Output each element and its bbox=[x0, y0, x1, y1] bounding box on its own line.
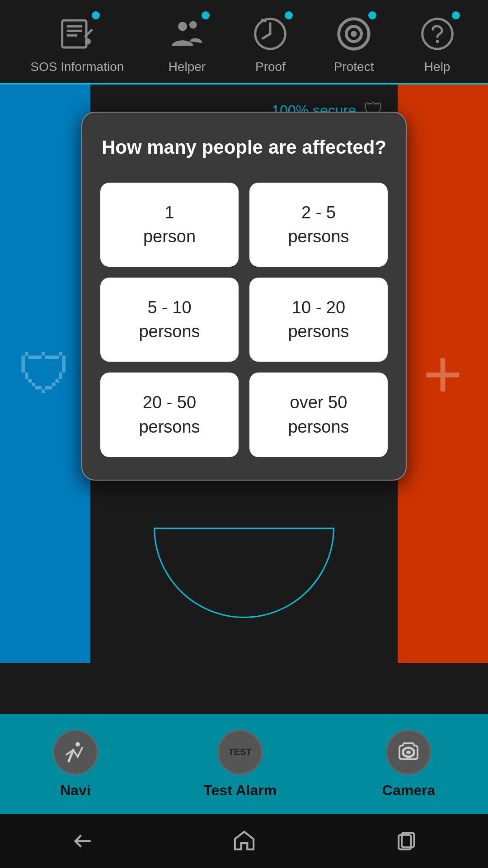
option-4-label: 10 - 20persons bbox=[288, 296, 349, 344]
nav-item-helper[interactable]: Helper bbox=[167, 14, 207, 74]
helper-icon bbox=[167, 14, 207, 54]
option-over-50-persons[interactable]: over 50persons bbox=[249, 373, 388, 457]
nav-item-help[interactable]: Help bbox=[417, 14, 458, 74]
modal-overlay: How many people are affected? 1person 2 … bbox=[0, 85, 488, 663]
camera-action[interactable]: Camera bbox=[382, 730, 435, 799]
test-alarm-text: TEST bbox=[229, 747, 252, 757]
svg-point-11 bbox=[422, 19, 452, 49]
nav-dot-help bbox=[452, 11, 460, 19]
svg-point-4 bbox=[84, 38, 90, 44]
top-nav-bar: SOS Information Helper bbox=[0, 0, 488, 85]
sos-icon bbox=[57, 14, 98, 54]
option-2-label: 2 - 5persons bbox=[288, 201, 349, 249]
nav-label-help: Help bbox=[424, 60, 450, 74]
test-alarm-icon: TEST bbox=[217, 730, 263, 775]
option-20-50-persons[interactable]: 20 - 50persons bbox=[100, 373, 239, 457]
nav-label-protect: Protect bbox=[334, 60, 374, 74]
option-1-label: 1person bbox=[143, 201, 196, 249]
nav-dot-helper bbox=[202, 11, 210, 19]
nav-label-sos: SOS Information bbox=[30, 60, 124, 74]
system-nav-bar bbox=[0, 814, 488, 868]
option-3-label: 5 - 10persons bbox=[139, 296, 200, 344]
navi-icon bbox=[53, 730, 98, 775]
nav-item-proof[interactable]: Proof bbox=[250, 14, 291, 74]
nav-icon-wrapper-sos bbox=[57, 14, 98, 54]
svg-point-5 bbox=[178, 22, 187, 31]
nav-item-protect[interactable]: Protect bbox=[333, 14, 374, 74]
nav-label-proof: Proof bbox=[255, 60, 286, 74]
svg-point-10 bbox=[351, 31, 357, 37]
nav-label-helper: Helper bbox=[169, 60, 206, 74]
protect-icon bbox=[333, 14, 374, 54]
camera-label: Camera bbox=[382, 782, 435, 799]
navi-label: Navi bbox=[60, 782, 91, 799]
modal-dialog: How many people are affected? 1person 2 … bbox=[81, 112, 407, 481]
nav-icon-wrapper-helper bbox=[167, 14, 207, 54]
svg-rect-0 bbox=[62, 20, 86, 47]
nav-dot-proof bbox=[285, 11, 293, 19]
nav-icon-wrapper-proof bbox=[250, 14, 291, 54]
help-icon bbox=[417, 14, 458, 54]
nav-icon-wrapper-protect bbox=[333, 14, 374, 54]
test-alarm-action[interactable]: TEST Test Alarm bbox=[203, 730, 277, 799]
nav-dot-sos bbox=[92, 11, 100, 19]
svg-point-6 bbox=[189, 21, 197, 29]
option-6-label: over 50persons bbox=[288, 391, 349, 439]
back-button[interactable] bbox=[66, 825, 97, 857]
nav-icon-wrapper-help bbox=[417, 14, 458, 54]
nav-item-sos[interactable]: SOS Information bbox=[30, 14, 124, 74]
svg-point-15 bbox=[406, 750, 411, 754]
svg-point-13 bbox=[75, 742, 80, 746]
camera-icon bbox=[386, 730, 431, 775]
svg-point-12 bbox=[436, 40, 439, 43]
recents-button[interactable] bbox=[391, 825, 422, 857]
option-1-person[interactable]: 1person bbox=[100, 183, 239, 267]
test-alarm-label: Test Alarm bbox=[203, 782, 277, 799]
navi-action[interactable]: Navi bbox=[53, 730, 98, 799]
modal-title: How many people are affected? bbox=[100, 135, 388, 160]
options-grid: 1person 2 - 5persons 5 - 10persons 10 - … bbox=[100, 183, 388, 457]
option-5-10-persons[interactable]: 5 - 10persons bbox=[100, 278, 239, 362]
bottom-action-bar: Navi TEST Test Alarm Camera bbox=[0, 714, 488, 814]
proof-icon bbox=[250, 14, 291, 54]
option-5-label: 20 - 50persons bbox=[139, 391, 200, 439]
main-content: 🛡 + 100% secure 🛡 How many people are af… bbox=[0, 85, 488, 663]
home-button[interactable] bbox=[228, 825, 260, 857]
option-10-20-persons[interactable]: 10 - 20persons bbox=[249, 278, 388, 362]
nav-dot-protect bbox=[368, 11, 376, 19]
option-2-5-persons[interactable]: 2 - 5persons bbox=[249, 183, 388, 267]
